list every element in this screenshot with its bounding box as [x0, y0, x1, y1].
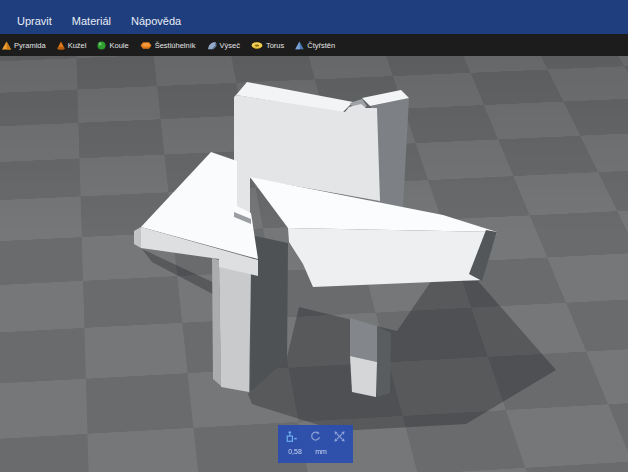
- torus-icon: [251, 41, 263, 50]
- toolbar-item-koule[interactable]: Koule: [97, 41, 128, 50]
- toolbar-item-vysec[interactable]: Výseč: [207, 41, 240, 50]
- model-face-right-arm-front: [288, 228, 497, 287]
- toolbar-item-label: Pyramida: [14, 41, 46, 50]
- model-face-right-leg-side: [377, 326, 391, 397]
- model-face-left-leg-front: [219, 260, 251, 392]
- pyramid-icon: [2, 41, 11, 50]
- move-tool-icon: [285, 430, 298, 444]
- 3d-builder-app: { "menu_bar": { "bg_color": "#1f3e7d", "…: [0, 0, 628, 472]
- cone-icon: [57, 41, 65, 50]
- model-face-right-leg-upper: [350, 318, 377, 362]
- toolbar-item-kuzel[interactable]: Kužel: [57, 41, 87, 50]
- rotate-tool-icon: [309, 430, 322, 443]
- distance-value: 0,58: [280, 448, 310, 455]
- viewport-3d[interactable]: 0,58 mm: [0, 56, 628, 472]
- toolbar-item-label: Šestiúhelník: [155, 41, 196, 50]
- toolbar-item-label: Čtyřstěn: [307, 41, 335, 50]
- toolbar-item-sestiuhelnik[interactable]: Šestiúhelník: [140, 41, 196, 50]
- wedge-icon: [207, 41, 217, 50]
- menu-item-material[interactable]: Materiál: [62, 12, 121, 30]
- scale-tool-icon: [333, 430, 346, 443]
- unit-label[interactable]: mm: [310, 448, 332, 455]
- toolbar-item-torus[interactable]: Torus: [251, 41, 284, 50]
- transform-panel: 0,58 mm: [278, 425, 353, 463]
- toolbar-item-pyramida[interactable]: Pyramida: [2, 41, 46, 50]
- menu-item-napoveda[interactable]: Nápověda: [121, 12, 191, 30]
- move-tool-button[interactable]: [283, 429, 300, 444]
- toolbar-item-label: Koule: [109, 41, 128, 50]
- model-face-right-leg-front: [350, 356, 377, 397]
- scale-tool-button[interactable]: [331, 429, 348, 444]
- model-face-left-arm-cap: [134, 227, 141, 248]
- sphere-icon: [97, 41, 106, 50]
- toolbar-item-label: Výseč: [220, 41, 240, 50]
- menu-bar: Upravit Materiál Nápověda: [0, 0, 628, 34]
- hexagon-icon: [140, 41, 152, 50]
- toolbar-item-label: Kužel: [68, 41, 87, 50]
- rotate-tool-button[interactable]: [307, 429, 324, 444]
- toolbar-item-ctyrsten[interactable]: Čtyřstěn: [295, 41, 335, 50]
- tetrahedron-icon: [295, 41, 304, 50]
- shape-toolbar: Pyramida Kužel Koule Šestiúhelník Výseč: [0, 34, 628, 56]
- toolbar-item-label: Torus: [266, 41, 284, 50]
- menu-item-upravit[interactable]: Upravit: [7, 12, 62, 30]
- model-render: [0, 56, 628, 472]
